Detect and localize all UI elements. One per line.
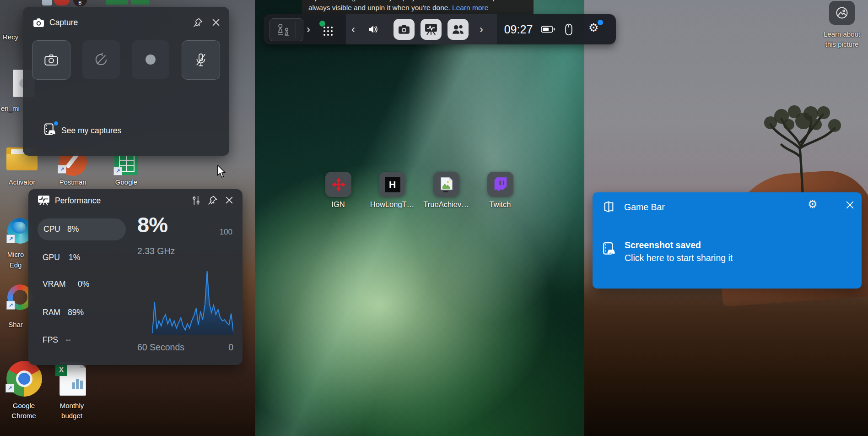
mic-off-icon xyxy=(195,53,207,67)
cpu-value: 8% xyxy=(67,224,79,234)
clipped-desktop-icon xyxy=(42,0,52,5)
desktop-label-edge-line1[interactable]: Micro xyxy=(0,250,31,259)
performance-panel: Performance CPU 8% GPU 1% VRAM 0% RAM 89… xyxy=(28,189,243,365)
desktop-label-postman[interactable]: Postman xyxy=(54,177,92,187)
broken-image-icon xyxy=(439,176,454,193)
notification-close-icon[interactable] xyxy=(846,201,854,209)
desktop-label-google[interactable]: Google xyxy=(107,177,146,187)
chart-x-label: 60 Seconds xyxy=(137,342,184,353)
options-sliders-icon[interactable] xyxy=(192,196,200,205)
notification-title[interactable]: Screenshot saved xyxy=(625,240,701,251)
ram-label[interactable]: RAM xyxy=(43,308,60,317)
vram-label[interactable]: VRAM xyxy=(43,279,66,289)
capture-panel: Capture xyxy=(23,7,229,156)
speaker-icon[interactable] xyxy=(367,24,379,35)
chart-scale-min: 0 xyxy=(221,342,233,353)
learn-about-label-line1[interactable]: Learn about xyxy=(818,29,866,39)
performance-icon xyxy=(38,195,50,206)
active-game-button[interactable] xyxy=(270,18,303,41)
vram-value: 0% xyxy=(78,279,89,289)
ram-value: 89% xyxy=(68,308,84,317)
shortcut-arrow-icon: ↗ xyxy=(5,384,14,392)
twitch-icon xyxy=(493,177,508,192)
clipped-desktop-icon xyxy=(106,0,128,5)
shortcut-arrow-icon: ↗ xyxy=(6,301,15,310)
pin-icon[interactable] xyxy=(193,18,203,27)
desktop-label-chrome-line1[interactable]: Google xyxy=(0,401,49,410)
divider xyxy=(38,111,215,111)
pin-icon[interactable] xyxy=(208,196,217,205)
desktop-label-share[interactable]: Shar xyxy=(0,320,31,329)
settings-gear-icon[interactable]: ⚙ xyxy=(588,22,598,33)
desktop-label-activator[interactable]: Activator xyxy=(1,177,43,187)
widget-label-howlongtobeat: HowLongT… xyxy=(365,200,420,209)
close-icon[interactable] xyxy=(226,196,233,204)
performance-widget-button[interactable] xyxy=(421,19,442,40)
record-dot-icon xyxy=(146,54,156,65)
people-icon xyxy=(452,24,464,35)
widget-tile-howlongtobeat[interactable]: H xyxy=(379,172,405,197)
learn-about-label-line2[interactable]: this picture xyxy=(818,39,866,49)
notification-app-name: Game Bar xyxy=(624,202,665,213)
game-bar-icon xyxy=(603,201,615,213)
performance-panel-title: Performance xyxy=(55,196,101,206)
widget-label-ign: IGN xyxy=(311,200,366,209)
widgets-grid-icon xyxy=(323,27,333,36)
notification-subtitle[interactable]: Click here to start sharing it xyxy=(625,253,733,263)
cpu-label: CPU xyxy=(43,224,60,234)
camera-icon xyxy=(398,24,410,34)
start-recording-button[interactable] xyxy=(132,40,169,79)
game-bar-notification[interactable]: Game Bar ⚙ Screenshot saved Click here t… xyxy=(593,192,862,289)
wallpaper-center xyxy=(255,0,584,436)
gpu-label[interactable]: GPU xyxy=(43,253,60,262)
social-widget-button[interactable] xyxy=(447,19,469,40)
camera-icon xyxy=(33,18,44,27)
shortcut-arrow-icon: ↗ xyxy=(6,234,15,243)
mic-muted-button[interactable] xyxy=(182,40,220,80)
chevron-right-icon[interactable]: › xyxy=(307,14,310,44)
game-assist-tip: Tip: Follow a guide while you play! Pin … xyxy=(302,0,534,15)
camera-outline-icon xyxy=(44,54,59,66)
widget-tile-ign[interactable] xyxy=(325,172,351,197)
howlongtobeat-icon: H xyxy=(385,177,400,192)
capture-widget-button[interactable] xyxy=(394,19,415,40)
desktop-label-chrome-line2[interactable]: Chrome xyxy=(0,411,49,420)
chevron-right-icon[interactable]: › xyxy=(480,14,483,44)
picture-icon xyxy=(835,6,849,20)
see-my-captures-button[interactable]: See my captures xyxy=(41,120,169,141)
tip-line2: always visible and unpin it when you're … xyxy=(308,3,527,13)
widget-tile-trueachievements[interactable] xyxy=(433,172,459,197)
battery-icon xyxy=(541,26,555,33)
clipped-desktop-icon xyxy=(131,0,149,5)
game-bar-toolbar: › ‹ xyxy=(264,14,616,44)
shortcut-arrow-icon: ↗ xyxy=(113,167,122,175)
record-last-moments-button[interactable] xyxy=(82,40,120,79)
shortcut-arrow-icon: ↗ xyxy=(58,165,66,174)
excel-file-icon[interactable]: X xyxy=(59,362,86,396)
desktop-screen: B Recy en_mi Activator ↗ Postman ↗ Googl… xyxy=(0,0,868,436)
green-status-dot xyxy=(319,21,325,27)
cpu-usage-chart xyxy=(152,232,233,335)
chess-game-icon xyxy=(274,22,292,38)
mouse-icon[interactable] xyxy=(565,23,573,36)
gpu-value: 1% xyxy=(69,253,80,262)
fps-label[interactable]: FPS xyxy=(43,335,58,345)
close-icon[interactable] xyxy=(212,19,220,26)
desktop-label-budget-line1[interactable]: Monthly xyxy=(48,401,96,410)
widget-tile-twitch[interactable] xyxy=(487,172,513,197)
desktop-label-edge-line2[interactable]: Edg xyxy=(0,260,31,270)
chevron-left-icon[interactable]: ‹ xyxy=(351,14,355,44)
desktop-label-file[interactable]: en_mi xyxy=(0,104,24,113)
performance-monitor-icon xyxy=(425,23,437,35)
notification-settings-icon[interactable]: ⚙ xyxy=(808,199,818,210)
notification-dot xyxy=(598,20,603,25)
toolbar-middle-band: ‹ xyxy=(346,14,497,44)
captures-badge-dot xyxy=(54,121,58,125)
learn-about-picture-icon[interactable] xyxy=(829,1,855,25)
ign-icon xyxy=(331,177,346,192)
screenshot-button[interactable] xyxy=(32,40,70,80)
learn-more-link[interactable]: Learn more xyxy=(452,4,488,11)
desktop-label-recycle[interactable]: Recy xyxy=(0,32,26,42)
widget-label-twitch: Twitch xyxy=(473,200,528,209)
desktop-label-budget-line2[interactable]: budget xyxy=(48,411,96,420)
